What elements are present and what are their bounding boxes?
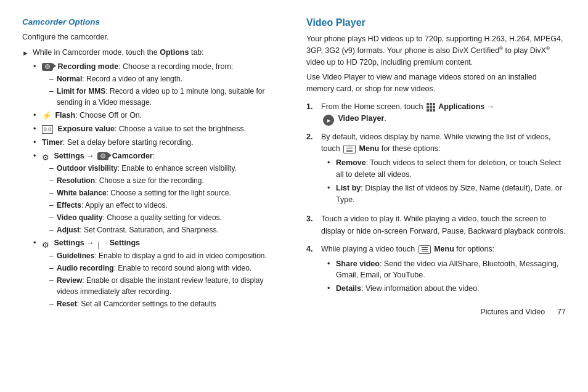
right-para1: Your phone plays HD videos up to 720p, s… <box>306 33 566 68</box>
timer-label: Timer <box>42 138 63 147</box>
sub-item-normal: Normal: Record a video of any length. <box>49 73 282 84</box>
menu-icon-2 <box>419 245 431 254</box>
sub-item-video-quality: Video quality: Choose a quality setting … <box>49 212 282 223</box>
left-intro: Configure the camcorder. <box>22 31 282 43</box>
sub-item-white-balance: White balance: Choose a setting for the … <box>49 187 282 198</box>
sub-item-outdoor: Outdoor visibility: Enable to enhance sc… <box>49 163 282 174</box>
video-player-icon: ▶ <box>323 115 334 126</box>
flash-icon: ⚡ <box>42 112 51 120</box>
settings-settings-sub: Guidelines: Enable to display a grid to … <box>49 250 282 309</box>
bullet-share: Share video: Send the video via AllShare… <box>327 258 566 282</box>
right-column: Video Player Your phone plays HD videos … <box>306 17 566 316</box>
right-para2: Use Video Player to view and manage vide… <box>306 71 566 95</box>
right-section-title: Video Player <box>306 17 566 28</box>
list-item-settings-cam: ⚙ Settings → Camcorder: Outdoor visibili… <box>33 150 282 236</box>
list-item-settings-settings: ⚙ Settings → | Settings Guidelines: Enab… <box>33 237 282 309</box>
list-item-recording: Recording mode: Choose a recording mode,… <box>33 61 282 108</box>
page-layout: Camcorder Options Configure the camcorde… <box>22 17 566 316</box>
list-item-exposure: 0.0 Exposure value: Choose a value to se… <box>33 123 282 135</box>
list-item-flash: ⚡ Flash: Choose Off or On. <box>33 110 282 121</box>
arrow-text: While in Camcorder mode, touch the Optio… <box>33 47 204 59</box>
steps-list: 1. From the Home screen, touch <box>306 101 566 296</box>
menu-icon <box>343 145 356 153</box>
step-2-bullets: Remove: Touch videos to select them for … <box>327 157 566 205</box>
cam-icon <box>42 63 53 71</box>
left-section-title: Camcorder Options <box>22 17 282 27</box>
sub-item-review: Review: Enable or disable the instant re… <box>49 275 282 297</box>
step-3-content: Touch a video to play it. While playing … <box>321 213 566 237</box>
bullet-details: Details: View information about the vide… <box>327 283 566 295</box>
step-2-content: By default, videos display by name. Whil… <box>321 131 566 208</box>
step-1-num: 1. <box>306 101 316 113</box>
step-4-content: While playing a video touch Menu for opt… <box>321 243 566 296</box>
page-number: 77 <box>557 308 566 316</box>
flash-label: Flash <box>55 111 75 120</box>
page-footer: Pictures and Video 77 <box>306 303 566 316</box>
arrow-item: ► While in Camcorder mode, touch the Opt… <box>22 47 282 59</box>
step-4: 4. While playing a video touch Menu for … <box>306 243 566 296</box>
sub-item-audio-recording: Audio recording: Enable to record sound … <box>49 263 282 274</box>
settings-icon: ⚙ <box>42 152 51 160</box>
step-3: 3. Touch a video to play it. While playi… <box>306 213 566 237</box>
camcorder-options-list: Recording mode: Choose a recording mode,… <box>33 61 282 310</box>
settings-cam-sub: Outdoor visibility: Enable to enhance sc… <box>49 163 282 235</box>
apps-icon <box>427 103 435 112</box>
step-4-bullets: Share video: Send the video via AllShare… <box>327 258 566 295</box>
arrow-icon: ► <box>22 48 29 59</box>
sub-item-adjust: Adjust: Set Contrast, Saturation, and Sh… <box>49 224 282 235</box>
step-2-num: 2. <box>306 131 316 143</box>
recording-mode-sub: Normal: Record a video of any length. Li… <box>49 73 282 108</box>
exposure-icon: 0.0 <box>42 125 53 134</box>
sub-item-effects: Effects: Apply an effect to videos. <box>49 200 282 211</box>
step-1: 1. From the Home screen, touch <box>306 101 566 125</box>
settings-icon2: ⚙ <box>42 239 51 248</box>
exposure-label: Exposure value <box>57 125 114 133</box>
step-1-content: From the Home screen, touch Applications… <box>321 101 566 125</box>
list-item-timer: Timer: Set a delay before starting recor… <box>33 137 282 149</box>
cam-icon2 <box>97 152 108 160</box>
sub-item-guidelines: Guidelines: Enable to display a grid to … <box>49 250 282 261</box>
sub-item-mms: Limit for MMS: Record a video up to 1 mi… <box>49 86 282 108</box>
sub-item-resolution: Resolution: Choose a size for the record… <box>49 175 282 186</box>
footer-label: Pictures and Video <box>480 308 545 316</box>
step-4-num: 4. <box>306 243 316 255</box>
recording-mode-label: Recording mode <box>57 62 118 71</box>
left-column: Camcorder Options Configure the camcorde… <box>22 17 282 316</box>
bullet-remove: Remove: Touch videos to select them for … <box>327 157 566 181</box>
step-2: 2. By default, videos display by name. W… <box>306 131 566 208</box>
step-3-num: 3. <box>306 213 316 225</box>
sub-item-reset: Reset: Set all Camcorder settings to the… <box>49 298 282 309</box>
settings-icon3: | <box>97 239 106 248</box>
bullet-listby: List by: Display the list of videos by S… <box>327 182 566 206</box>
